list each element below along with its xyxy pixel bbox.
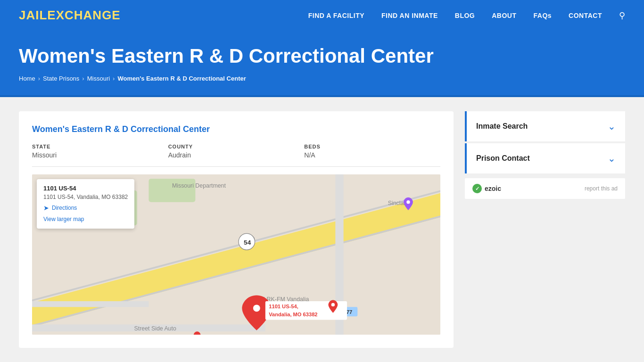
state-col: STATE Missouri <box>32 144 168 159</box>
svg-text:Vandalia, MO 63382: Vandalia, MO 63382 <box>269 312 317 317</box>
breadcrumb: Home › State Prisons › Missouri › Women'… <box>19 75 625 82</box>
breadcrumb-sep-2: › <box>82 75 84 82</box>
nav-about[interactable]: ABOUT <box>492 12 516 19</box>
site-logo[interactable]: JAILEXCHANGE <box>19 8 121 23</box>
info-divider <box>32 166 440 167</box>
ezoic-bar: ✓ ezoic report this ad <box>465 178 625 199</box>
directions-icon: ➤ <box>43 204 49 212</box>
beds-col: BEDS N/A <box>304 144 440 159</box>
svg-point-21 <box>253 304 260 312</box>
report-ad-label[interactable]: report this ad <box>585 185 618 192</box>
main-content: Women's Eastern R & D Correctional Cente… <box>0 97 644 362</box>
nav-links: FIND A FACILITY FIND AN INMATE BLOG ABOU… <box>308 10 625 21</box>
beds-label: BEDS <box>304 144 440 149</box>
inmate-search-title: Inmate Search <box>476 122 528 131</box>
prison-contact-accordion: Prison Contact ⌄ <box>465 143 625 173</box>
nav-blog[interactable]: BLOG <box>455 12 475 19</box>
ezoic-check-icon: ✓ <box>472 184 482 193</box>
view-larger-map-link[interactable]: View larger map <box>43 216 84 222</box>
ezoic-logo: ✓ ezoic <box>472 184 501 193</box>
county-value: Audrain <box>168 151 305 159</box>
prison-contact-chevron-icon: ⌄ <box>608 153 616 164</box>
prison-contact-title: Prison Contact <box>476 154 530 163</box>
svg-text:Missouri Department: Missouri Department <box>172 182 226 189</box>
breadcrumb-state-prisons[interactable]: State Prisons <box>43 75 79 82</box>
map-popup-directions: ➤ Directions <box>43 204 128 212</box>
breadcrumb-sep-3: › <box>113 75 115 82</box>
logo-exchange: EXCHANGE <box>47 8 120 22</box>
county-label: COUNTY <box>168 144 305 149</box>
beds-value: N/A <box>304 151 440 159</box>
inmate-search-header[interactable]: Inmate Search ⌄ <box>467 111 625 141</box>
map-popup-title: 1101 US-54 <box>43 185 128 192</box>
county-col: COUNTY Audrain <box>168 144 305 159</box>
right-panel: Inmate Search ⌄ Prison Contact ⌄ ✓ ezoic… <box>465 111 625 348</box>
page-title: Women's Eastern R & D Correctional Cente… <box>19 45 625 67</box>
nav-contact[interactable]: CONTACT <box>569 12 602 19</box>
breadcrumb-home[interactable]: Home <box>19 75 35 82</box>
nav-find-facility[interactable]: FIND A FACILITY <box>308 12 364 19</box>
logo-jail: JAIL <box>19 8 47 22</box>
state-label: STATE <box>32 144 168 149</box>
inmate-search-accordion: Inmate Search ⌄ <box>465 111 625 141</box>
inmate-search-chevron-icon: ⌄ <box>608 121 616 132</box>
svg-point-26 <box>331 303 335 306</box>
svg-point-25 <box>406 200 410 204</box>
nav-faqs[interactable]: FAQs <box>534 12 552 19</box>
prison-contact-header[interactable]: Prison Contact ⌄ <box>467 143 625 173</box>
svg-text:1101 US-54,: 1101 US-54, <box>269 304 298 309</box>
svg-rect-6 <box>32 301 149 307</box>
navbar: JAILEXCHANGE FIND A FACILITY FIND AN INM… <box>0 0 644 31</box>
map-popup-larger: View larger map <box>43 214 128 223</box>
breadcrumb-missouri[interactable]: Missouri <box>87 75 110 82</box>
nav-find-inmate[interactable]: FIND AN INMATE <box>381 12 438 19</box>
facility-name: Women's Eastern R & D Correctional Cente… <box>32 124 440 134</box>
search-icon[interactable]: ⚲ <box>619 10 625 21</box>
breadcrumb-sep-1: › <box>38 75 40 82</box>
breadcrumb-current: Women's Eastern R & D Correctional Cente… <box>117 75 246 82</box>
map-popup: 1101 US-54 1101 US-54, Vandalia, MO 6338… <box>37 179 134 229</box>
map-container: 54 54 577 Missouri Department Sinclair K… <box>32 174 440 335</box>
hero-banner: Women's Eastern R & D Correctional Cente… <box>0 31 644 95</box>
info-grid: STATE Missouri COUNTY Audrain BEDS N/A <box>32 144 440 159</box>
ezoic-label: ezoic <box>485 185 501 192</box>
directions-link[interactable]: Directions <box>52 205 77 211</box>
svg-text:Street Side Auto: Street Side Auto <box>134 325 176 332</box>
map-popup-address: 1101 US-54, Vandalia, MO 63382 <box>43 194 128 200</box>
left-panel: Women's Eastern R & D Correctional Cente… <box>19 111 454 348</box>
svg-text:54: 54 <box>244 239 251 246</box>
state-value: Missouri <box>32 151 168 159</box>
